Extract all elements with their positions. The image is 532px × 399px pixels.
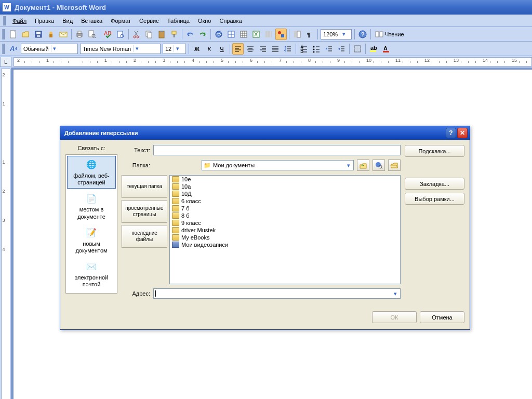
cut-icon[interactable] bbox=[131, 29, 142, 40]
font-combo[interactable]: Times New Roman▾ bbox=[80, 44, 161, 54]
linkto-email[interactable]: ✉️ электронной почтой bbox=[67, 258, 116, 290]
align-center-icon[interactable] bbox=[245, 43, 256, 55]
file-name: 10а bbox=[181, 183, 191, 190]
read-mode-icon[interactable]: Чтение bbox=[373, 29, 406, 40]
open-icon[interactable] bbox=[20, 29, 32, 40]
save-icon[interactable] bbox=[33, 29, 44, 40]
tooltip-button[interactable]: Подсказка... bbox=[405, 145, 464, 157]
file-item[interactable]: Мои видеозаписи bbox=[170, 241, 400, 248]
svg-rect-9 bbox=[78, 36, 81, 37]
toolbar-handle-2[interactable] bbox=[2, 44, 5, 54]
menubar-handle[interactable] bbox=[3, 16, 6, 25]
drawing-icon[interactable] bbox=[275, 29, 287, 40]
file-item[interactable]: 7 б bbox=[170, 205, 400, 212]
spellcheck-icon[interactable]: ABC bbox=[102, 29, 114, 40]
format-painter-icon[interactable] bbox=[168, 29, 180, 40]
vertical-ruler[interactable]: 211234 bbox=[0, 68, 11, 399]
file-item[interactable]: 8 б bbox=[170, 212, 400, 219]
ok-button[interactable]: ОК bbox=[372, 311, 417, 323]
menu-tools[interactable]: Сервис bbox=[135, 16, 163, 25]
file-item[interactable]: 6 класс bbox=[170, 197, 400, 205]
menu-file[interactable]: Файл bbox=[8, 16, 31, 25]
folder-select[interactable]: 📁 Мои документы ▾ bbox=[202, 160, 354, 170]
hyperlink-icon[interactable] bbox=[213, 29, 224, 40]
svg-rect-2 bbox=[36, 32, 41, 34]
menu-window[interactable]: Окно bbox=[194, 16, 216, 25]
file-item[interactable]: 10е bbox=[170, 176, 400, 183]
new-doc-icon[interactable] bbox=[8, 29, 19, 40]
svg-rect-22 bbox=[172, 31, 176, 34]
doc-map-icon[interactable] bbox=[291, 29, 303, 40]
dialog-close-button[interactable]: ✕ bbox=[457, 128, 468, 138]
toolbar-handle-1[interactable] bbox=[2, 29, 5, 39]
dialog-help-button[interactable]: ? bbox=[446, 128, 456, 138]
print-icon[interactable] bbox=[74, 29, 85, 40]
menu-help[interactable]: Справка bbox=[215, 16, 246, 25]
file-list[interactable]: 10е10а10Д6 класс7 б8 б9 классdriver Must… bbox=[169, 175, 401, 284]
up-folder-button[interactable] bbox=[357, 159, 369, 171]
address-input[interactable]: ▾ bbox=[153, 288, 401, 299]
italic-button[interactable]: К bbox=[204, 43, 215, 55]
target-frame-button[interactable]: Выбор рамки... bbox=[405, 193, 464, 205]
browse-web-button[interactable] bbox=[373, 159, 385, 171]
file-item[interactable]: 9 класс bbox=[170, 219, 400, 227]
browse-file-button[interactable] bbox=[388, 159, 401, 171]
help-icon[interactable]: ? bbox=[357, 29, 368, 40]
horizontal-ruler[interactable]: 21123456789101112131415 bbox=[14, 57, 532, 66]
file-item[interactable]: My eBooks bbox=[170, 234, 400, 241]
menu-format[interactable]: Формат bbox=[107, 16, 135, 25]
menu-view[interactable]: Вид bbox=[58, 16, 77, 25]
folder-label: Папка: bbox=[122, 162, 150, 168]
print-preview-icon[interactable] bbox=[86, 29, 98, 40]
file-name: driver Mustek bbox=[181, 227, 216, 233]
paste-icon[interactable] bbox=[156, 29, 167, 40]
align-justify-icon[interactable] bbox=[270, 43, 281, 55]
fontsize-combo[interactable]: 12▾ bbox=[163, 44, 186, 54]
linkto-file-web[interactable]: 🌐 файлом, веб-страницей bbox=[67, 156, 116, 189]
linkto-place-in-doc[interactable]: 📄 местом в документе bbox=[67, 190, 116, 222]
line-spacing-icon[interactable] bbox=[282, 43, 294, 55]
copy-icon[interactable] bbox=[143, 29, 155, 40]
research-icon[interactable] bbox=[115, 29, 126, 40]
linkto-new-doc[interactable]: 📝 новым документом bbox=[67, 224, 116, 257]
tab-browsed-pages[interactable]: просмотренные страницы bbox=[122, 200, 167, 223]
bookmark-button[interactable]: Закладка... bbox=[405, 178, 464, 190]
email-icon[interactable] bbox=[58, 29, 69, 40]
window-title: Документ1 - Microsoft Word bbox=[15, 4, 530, 11]
redo-icon[interactable] bbox=[197, 29, 208, 40]
show-marks-icon[interactable]: ¶ bbox=[304, 29, 315, 40]
display-text-input[interactable] bbox=[153, 145, 401, 155]
ruler-corner[interactable]: L bbox=[0, 57, 11, 67]
align-left-icon[interactable] bbox=[232, 43, 244, 55]
file-item[interactable]: 10а bbox=[170, 183, 400, 190]
outdent-icon[interactable] bbox=[323, 43, 335, 55]
columns-icon[interactable] bbox=[263, 29, 274, 40]
style-combo[interactable]: Обычный▾ bbox=[21, 44, 78, 54]
numbering-icon[interactable]: 123 bbox=[298, 43, 310, 55]
file-item[interactable]: 10Д bbox=[170, 190, 400, 197]
indent-icon[interactable] bbox=[336, 43, 347, 55]
styles-icon[interactable]: A4 bbox=[8, 43, 19, 55]
menu-table[interactable]: Таблица bbox=[163, 16, 194, 25]
insert-excel-icon[interactable]: X bbox=[250, 29, 262, 40]
permission-icon[interactable] bbox=[45, 29, 57, 40]
tab-current-folder[interactable]: текущая папка bbox=[122, 175, 167, 198]
bullets-icon[interactable] bbox=[311, 43, 322, 55]
menu-edit[interactable]: Правка bbox=[31, 16, 58, 25]
underline-button[interactable]: Ч bbox=[216, 43, 228, 55]
insert-table-icon[interactable] bbox=[238, 29, 249, 40]
undo-icon[interactable] bbox=[184, 29, 196, 40]
tables-borders-icon[interactable] bbox=[225, 29, 237, 40]
highlight-icon[interactable]: ab bbox=[368, 43, 379, 55]
font-color-icon[interactable]: A bbox=[380, 43, 392, 55]
align-right-icon[interactable] bbox=[257, 43, 269, 55]
cancel-button[interactable]: Отмена bbox=[420, 311, 464, 323]
dialog-titlebar[interactable]: Добавление гиперссылки ? ✕ bbox=[60, 126, 470, 140]
file-item[interactable]: driver Mustek bbox=[170, 227, 400, 234]
zoom-combo[interactable]: 120%▾ bbox=[321, 29, 352, 39]
tab-recent-files[interactable]: последние файлы bbox=[122, 225, 167, 248]
bold-button[interactable]: Ж bbox=[191, 43, 203, 55]
text-label: Текст: bbox=[122, 147, 150, 153]
borders-icon[interactable] bbox=[352, 43, 363, 55]
menu-insert[interactable]: Вставка bbox=[77, 16, 107, 25]
